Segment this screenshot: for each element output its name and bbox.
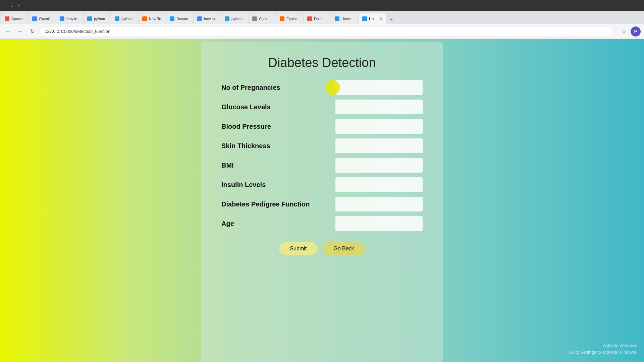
tab-bar: ApoweOpenChow topythonpythonNew TeDocumh… bbox=[0, 11, 644, 24]
field-input-glucose[interactable] bbox=[335, 100, 423, 114]
browser-tab-py1[interactable]: python bbox=[84, 13, 111, 24]
browser-tab-docu[interactable]: Docum bbox=[166, 13, 193, 24]
go-back-button[interactable]: Go Back bbox=[323, 242, 365, 255]
forward-button[interactable]: → bbox=[15, 27, 25, 36]
tab-favicon-how2 bbox=[197, 16, 202, 21]
browser-tab-home[interactable]: Home bbox=[331, 13, 358, 24]
form-row-pregnancies: No of Pregnancies bbox=[221, 80, 423, 95]
page-title: Diabetes Detection bbox=[221, 56, 423, 70]
field-label-glucose: Glucose Levels bbox=[221, 103, 335, 111]
browser-tab-py2[interactable]: python bbox=[111, 13, 138, 24]
tab-label-ho: Ho bbox=[369, 17, 374, 21]
tab-favicon-form bbox=[307, 16, 312, 21]
browser-tab-expl[interactable]: Explor bbox=[276, 13, 303, 24]
field-input-insulin[interactable] bbox=[335, 177, 423, 192]
windows-line1: Activate Windows bbox=[569, 342, 637, 349]
browser-tab-form[interactable]: Form bbox=[304, 13, 331, 24]
browser-tab-py3[interactable]: python bbox=[221, 13, 248, 24]
tab-favicon-expl bbox=[280, 16, 284, 21]
browser-tab-how1[interactable]: how to bbox=[56, 13, 83, 24]
field-label-age: Age bbox=[221, 220, 335, 228]
tab-label-how1: how to bbox=[66, 17, 77, 21]
address-input[interactable]: 127.0.0.1:5000/detection_function bbox=[40, 26, 614, 37]
field-input-age[interactable] bbox=[335, 216, 423, 231]
form-row-blood_pressure: Blood Pressure bbox=[221, 119, 423, 134]
submit-button[interactable]: Submit bbox=[279, 242, 317, 255]
field-input-blood_pressure[interactable] bbox=[335, 119, 423, 134]
field-input-bmi[interactable] bbox=[335, 158, 423, 173]
field-label-insulin: Insulin Levels bbox=[221, 181, 335, 189]
field-input-dpf[interactable] bbox=[335, 197, 423, 212]
tab-favicon-ho bbox=[362, 16, 367, 21]
minimize-button[interactable]: — bbox=[3, 3, 8, 8]
browser-tab-how2[interactable]: how to bbox=[194, 13, 221, 24]
window-controls: — □ ✕ bbox=[3, 3, 21, 8]
tab-label-apow: Apowe bbox=[11, 17, 23, 21]
form-row-glucose: Glucose Levels bbox=[221, 100, 423, 114]
tab-close-button[interactable]: ✕ bbox=[379, 16, 382, 21]
field-label-blood_pressure: Blood Pressure bbox=[221, 123, 335, 130]
tab-label-open: OpenC bbox=[39, 17, 51, 21]
form-card: Diabetes Detection No of PregnanciesGluc… bbox=[201, 42, 443, 362]
form-row-dpf: Diabetes Pedigree Function bbox=[221, 197, 423, 212]
tab-label-docu: Docum bbox=[176, 17, 188, 21]
close-button[interactable]: ✕ bbox=[16, 3, 21, 8]
tab-favicon-docu bbox=[170, 16, 174, 21]
tab-label-how2: how to bbox=[204, 17, 215, 21]
browser-tab-new[interactable]: New Te bbox=[139, 13, 166, 24]
page-background: Diabetes Detection No of PregnanciesGluc… bbox=[0, 39, 644, 362]
form-row-insulin: Insulin Levels bbox=[221, 177, 423, 192]
windows-watermark: Activate Windows Go to Settings to activ… bbox=[569, 342, 637, 355]
form-row-age: Age bbox=[221, 216, 423, 231]
browser-tab-ho[interactable]: Ho✕ bbox=[359, 13, 386, 24]
tab-label-form: Form bbox=[314, 17, 323, 21]
tab-label-home: Home bbox=[341, 17, 351, 21]
tab-favicon-open bbox=[32, 16, 37, 21]
tab-label-cam: Cam bbox=[259, 17, 267, 21]
maximize-button[interactable]: □ bbox=[9, 3, 15, 8]
tab-favicon-apow bbox=[5, 16, 9, 21]
tab-label-py1: python bbox=[94, 17, 105, 21]
form-row-bmi: BMI bbox=[221, 158, 423, 173]
browser-tab-apow[interactable]: Apowe bbox=[1, 13, 28, 24]
tab-favicon-py2 bbox=[115, 16, 119, 21]
tab-favicon-py1 bbox=[87, 16, 92, 21]
address-actions: ☆ P bbox=[619, 26, 641, 37]
browser-top-bar: — □ ✕ bbox=[0, 0, 644, 11]
field-label-skin_thickness: Skin Thickness bbox=[221, 142, 335, 150]
windows-line2: Go to Settings to activate Windows. bbox=[569, 349, 637, 356]
tab-favicon-home bbox=[335, 16, 339, 21]
field-label-dpf: Diabetes Pedigree Function bbox=[221, 200, 335, 208]
field-input-skin_thickness[interactable] bbox=[335, 138, 423, 153]
tab-label-expl: Explor bbox=[286, 17, 297, 21]
field-label-pregnancies: No of Pregnancies bbox=[221, 84, 335, 92]
address-bar-row: ← → ↻ 127.0.0.1:5000/detection_function … bbox=[0, 24, 644, 39]
profile-icon[interactable]: P bbox=[631, 26, 641, 37]
browser-tab-open[interactable]: OpenC bbox=[29, 13, 56, 24]
field-input-pregnancies[interactable] bbox=[335, 80, 423, 95]
tab-favicon-new bbox=[142, 16, 147, 21]
tab-label-py3: python bbox=[231, 17, 243, 21]
tab-label-new: New Te bbox=[149, 17, 161, 21]
browser-tab-cam[interactable]: Cam bbox=[249, 13, 276, 24]
form-row-skin_thickness: Skin Thickness bbox=[221, 138, 423, 153]
tab-favicon-py3 bbox=[225, 16, 229, 21]
button-row: Submit Go Back bbox=[221, 242, 423, 255]
back-button[interactable]: ← bbox=[3, 27, 13, 36]
tab-favicon-cam bbox=[252, 16, 257, 21]
tab-label-py2: python bbox=[121, 17, 132, 21]
field-label-bmi: BMI bbox=[221, 162, 335, 169]
bookmark-icon[interactable]: ☆ bbox=[619, 27, 629, 36]
reload-button[interactable]: ↻ bbox=[28, 27, 37, 36]
browser-content: Diabetes Detection No of PregnanciesGluc… bbox=[0, 39, 644, 362]
tab-favicon-how1 bbox=[60, 16, 64, 21]
new-tab-button[interactable]: + bbox=[386, 15, 396, 24]
